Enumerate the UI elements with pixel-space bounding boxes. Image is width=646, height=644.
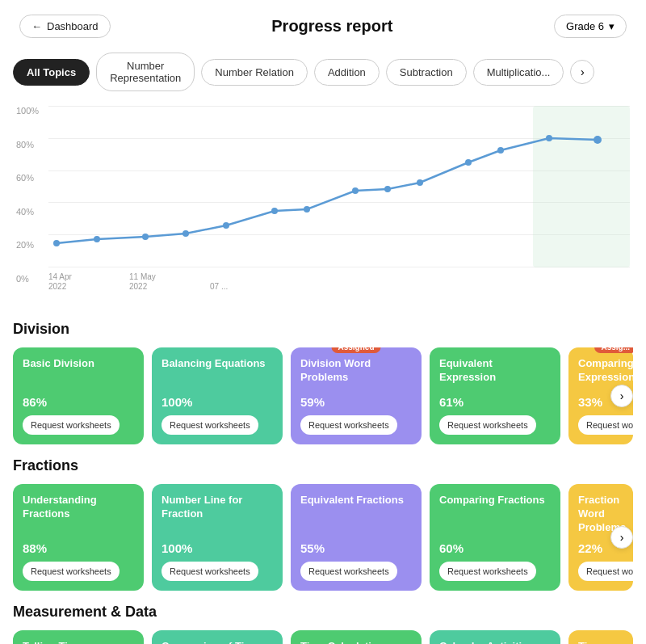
card-number-line-fraction: Number Line for Fraction 100% Request wo…	[152, 484, 283, 591]
y-label-40: 40%	[16, 207, 39, 217]
y-label-100: 100%	[16, 106, 39, 116]
card-title-basic-division: Basic Division	[23, 357, 134, 371]
card-equivalent-expression: Equivalent Expression 61% Request worksh…	[430, 347, 560, 444]
measurement-cards-row: Telling Time 100% Conversion of Time 100…	[13, 630, 633, 644]
request-worksheets-equivalent-expression[interactable]: Request worksheets	[439, 415, 536, 435]
assigned-badge-division-word: Assigned	[331, 347, 380, 353]
topics-scroll-right[interactable]: ›	[570, 60, 594, 84]
card-title-equivalent-fractions: Equivalent Fractions	[300, 494, 412, 507]
card-percent-comparing-fractions: 60%	[439, 541, 551, 555]
topic-tab-all[interactable]: All Topics	[13, 59, 90, 86]
fractions-cards-row: Understanding Fractions 88% Request work…	[13, 484, 633, 591]
card-balancing-equations: Balancing Equations 100% Request workshe…	[152, 347, 283, 444]
division-scroll-arrow[interactable]: ›	[610, 385, 633, 407]
request-worksheets-comparing-fractions[interactable]: Request worksheets	[439, 562, 536, 581]
topic-tab-addition[interactable]: Addition	[314, 59, 380, 86]
card-division-word-problems: Assigned Division Word Problems 59% Requ…	[291, 347, 422, 444]
svg-point-5	[271, 208, 278, 214]
card-title-comparing-expressions: Comparing Expressions	[578, 357, 623, 385]
fractions-cards-container: Understanding Fractions 88% Request work…	[13, 484, 633, 591]
card-percent-balancing-equations: 100%	[162, 395, 273, 409]
measurement-section-title: Measurement & Data	[13, 604, 633, 621]
back-arrow-icon: ←	[31, 20, 42, 32]
card-comparing-expressions: Assig... Comparing Expressions 33% Reque…	[568, 347, 633, 444]
fractions-scroll-arrow[interactable]: ›	[610, 526, 633, 549]
request-worksheets-equivalent-fractions[interactable]: Request worksheets	[300, 562, 397, 581]
card-title-calendar-activities: Calendar Activities	[439, 640, 551, 644]
svg-point-0	[53, 240, 60, 246]
division-cards-row: Basic Division 86% Request worksheets Ba…	[13, 347, 633, 444]
division-cards-container: Basic Division 86% Request worksheets Ba…	[13, 347, 633, 444]
chevron-down-icon: ▾	[609, 20, 615, 32]
topic-tab-subtraction[interactable]: Subtraction	[386, 59, 467, 86]
card-title-telling-time: Telling Time	[23, 640, 134, 644]
request-worksheets-basic-division[interactable]: Request worksheets	[23, 415, 120, 435]
y-label-80: 80%	[16, 140, 39, 149]
card-time-calculation: Time Calculation 100%	[291, 630, 422, 644]
svg-point-12	[546, 135, 552, 141]
card-percent-understanding-fractions: 88%	[23, 541, 134, 555]
card-title-understanding-fractions: Understanding Fractions	[23, 494, 134, 521]
chart-y-labels: 100% 80% 60% 40% 20% 0%	[16, 106, 39, 284]
card-title-time-calculation: Time Calculation	[300, 640, 412, 644]
y-label-0: 0%	[16, 274, 39, 284]
topics-bar: All Topics NumberRepresentation Number R…	[0, 46, 646, 98]
card-title-conversion-of-time: Conversion of Time	[162, 640, 273, 644]
svg-point-2	[142, 234, 149, 240]
chart-inner: 14 Apr2022 11 May2022 07 ...	[48, 106, 630, 292]
card-title-comparing-fractions: Comparing Fractions	[439, 494, 551, 507]
svg-point-13	[594, 136, 602, 144]
svg-point-8	[384, 186, 391, 192]
card-basic-division: Basic Division 86% Request worksheets	[13, 347, 144, 444]
request-worksheets-fraction-word-problems[interactable]: Request worksheets	[578, 562, 633, 581]
chart-area: 100% 80% 60% 40% 20% 0%	[0, 98, 646, 308]
request-worksheets-understanding-fractions[interactable]: Request worksheets	[23, 562, 120, 581]
card-time-word-problems: Time Word Problems 29% ›	[568, 630, 633, 644]
card-percent-basic-division: 86%	[23, 395, 134, 409]
fractions-section-title: Fractions	[13, 457, 633, 474]
svg-point-7	[352, 187, 359, 194]
card-title-number-line-fraction: Number Line for Fraction	[162, 494, 273, 521]
svg-point-3	[182, 230, 189, 237]
y-label-20: 20%	[16, 240, 39, 250]
topic-tab-numrel[interactable]: Number Relation	[201, 59, 308, 86]
grade-label: Grade 6	[566, 20, 604, 32]
card-equivalent-fractions: Equivalent Fractions 55% Request workshe…	[291, 484, 422, 591]
card-calendar-activities: Calendar Activities 100%	[430, 630, 560, 644]
measurement-cards-container: Telling Time 100% Conversion of Time 100…	[13, 630, 633, 644]
topic-tab-numrep[interactable]: NumberRepresentation	[96, 53, 195, 91]
svg-point-11	[497, 147, 504, 154]
card-percent-equivalent-expression: 61%	[439, 395, 551, 409]
x-label-jul: 07 ...	[210, 282, 228, 292]
request-worksheets-comparing-expressions[interactable]: Request worksheets	[578, 415, 633, 435]
request-worksheets-number-line-fraction[interactable]: Request worksheets	[162, 562, 258, 581]
content-area: Division Basic Division 86% Request work…	[0, 321, 646, 644]
card-telling-time: Telling Time 100%	[13, 630, 144, 644]
header: ← Dashboard Progress report Grade 6 ▾	[0, 0, 646, 46]
card-title-equivalent-expression: Equivalent Expression	[439, 357, 551, 385]
card-title-time-word-problems: Time Word Problems	[578, 640, 623, 644]
svg-point-1	[94, 236, 100, 242]
card-title-balancing-equations: Balancing Equations	[162, 357, 273, 371]
card-understanding-fractions: Understanding Fractions 88% Request work…	[13, 484, 144, 591]
page-title: Progress report	[271, 17, 392, 36]
svg-point-6	[304, 206, 310, 213]
y-label-60: 60%	[16, 173, 39, 183]
svg-point-9	[417, 179, 423, 186]
card-percent-division-word-problems: 59%	[300, 395, 412, 409]
card-fraction-word-problems: Fraction Word Problems 22% Request works…	[568, 484, 633, 591]
chart-svg	[48, 106, 630, 267]
card-percent-equivalent-fractions: 55%	[300, 541, 412, 555]
card-title-division-word-problems: Division Word Problems	[300, 357, 412, 385]
back-label: Dashboard	[47, 20, 99, 32]
request-worksheets-division-word-problems[interactable]: Request worksheets	[300, 415, 397, 435]
topic-tab-multiplication[interactable]: Multiplicatio...	[473, 59, 564, 86]
svg-point-10	[465, 159, 472, 166]
grade-selector[interactable]: Grade 6 ▾	[554, 15, 627, 38]
request-worksheets-balancing-equations[interactable]: Request worksheets	[162, 415, 258, 435]
x-label-may: 11 May2022	[129, 272, 156, 292]
back-button[interactable]: ← Dashboard	[19, 15, 111, 38]
card-comparing-fractions: Comparing Fractions 60% Request workshee…	[430, 484, 560, 591]
division-section-title: Division	[13, 321, 633, 338]
svg-point-4	[223, 222, 229, 229]
